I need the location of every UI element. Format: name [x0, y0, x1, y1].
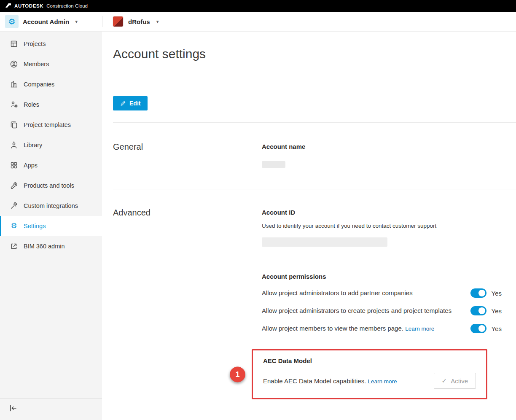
account-name-label: Account name [262, 143, 502, 150]
autodesk-logo-icon [5, 2, 11, 10]
sidebar-item-roles[interactable]: Roles [0, 94, 102, 115]
account-admin-gear-icon: ⚙ [5, 15, 19, 28]
account-name-value-redacted [262, 161, 285, 168]
permission-control: Yes [470, 306, 502, 315]
permission-text: Allow project members to view the member… [262, 324, 434, 333]
app-switcher[interactable]: ⚙ Account Admin ▼ [0, 15, 102, 28]
permission-text: Allow project administrators to add part… [262, 288, 413, 298]
aec-active-button-label: Active [451, 377, 468, 385]
sidebar-item-project-templates[interactable]: Project templates [0, 115, 102, 135]
settings-gear-icon: ⚙ [10, 222, 18, 230]
toggle-value-label: Yes [492, 290, 502, 297]
sidebar-item-label: BIM 360 admin [24, 243, 65, 250]
chevron-down-icon: ▼ [156, 19, 160, 24]
general-section-label: General [113, 142, 262, 168]
annotation-number: 1 [235, 370, 239, 379]
drofus-logo [113, 16, 124, 27]
divider [113, 189, 516, 189]
toggle-value-label: Yes [492, 325, 502, 332]
collapse-sidebar-button[interactable] [8, 404, 19, 413]
sidebar-item-label: Roles [24, 101, 39, 108]
sidebar-item-label: Apps [24, 162, 38, 169]
content-area: Projects Members Companies Roles Project… [0, 32, 516, 420]
permission-row: Allow project members to view the member… [262, 324, 502, 333]
learn-more-link[interactable]: Learn more [405, 326, 434, 332]
apps-icon [10, 161, 18, 170]
sidebar-item-custom-integrations[interactable]: Custom integrations [0, 196, 102, 216]
aec-data-model-panel: 1 AEC Data Model Enable AEC Data Model c… [252, 349, 487, 399]
collapse-to-left-icon [8, 404, 18, 412]
app-name: Account Admin [23, 18, 69, 25]
permission-row: Allow project administrators to add part… [262, 288, 502, 298]
sidebar-item-members[interactable]: Members [0, 54, 102, 74]
sidebar-item-label: Library [24, 142, 42, 148]
general-section: General Account name [113, 142, 516, 168]
aec-data-model-text: Enable AEC Data Model capabilities. Lear… [263, 377, 397, 385]
custom-integrations-icon [10, 202, 18, 210]
aec-text-span: Enable AEC Data Model capabilities. [263, 377, 366, 385]
sidebar-item-label: Custom integrations [24, 202, 78, 209]
pencil-icon [120, 100, 126, 106]
sidebar-item-label: Members [24, 61, 49, 67]
toggle-on[interactable] [470, 324, 486, 333]
aec-data-model-title: AEC Data Model [263, 357, 476, 364]
sidebar-item-label: Settings [24, 223, 46, 229]
edit-button[interactable]: Edit [113, 96, 148, 110]
chevron-down-icon: ▼ [74, 19, 78, 24]
account-selector-label: dRofus [128, 18, 150, 25]
aec-data-model-row: Enable AEC Data Model capabilities. Lear… [263, 373, 476, 389]
sidebar-item-label: Project templates [24, 121, 71, 128]
sidebar-item-settings[interactable]: ⚙ Settings [0, 216, 102, 236]
sidebar-item-label: Products and tools [24, 182, 74, 189]
sidebar-item-label: Projects [24, 40, 46, 47]
account-selector[interactable]: dRofus ▼ [102, 16, 160, 27]
edit-button-label: Edit [129, 100, 140, 107]
external-link-icon [10, 242, 18, 250]
toggle-on[interactable] [470, 306, 486, 315]
brand-name: AUTODESK [14, 3, 43, 8]
main-content: Account settings Edit General Account na… [102, 32, 516, 420]
sidebar-item-products-and-tools[interactable]: Products and tools [0, 175, 102, 196]
check-icon: ✓ [442, 377, 447, 385]
account-permissions-title: Account permissions [262, 273, 502, 280]
members-icon [10, 60, 18, 68]
permission-row: Allow project administrators to create p… [262, 306, 502, 315]
sidebar-item-projects[interactable]: Projects [0, 34, 102, 54]
toggle-on[interactable] [470, 288, 486, 298]
divider [113, 122, 516, 123]
account-id-help-text: Used to identify your account if you nee… [262, 223, 502, 229]
sidebar-item-bim360-admin[interactable]: BIM 360 admin [0, 236, 102, 256]
brand-suffix: Construction Cloud [46, 3, 88, 8]
sidebar-footer [0, 398, 102, 420]
permission-text-span: Allow project members to view the member… [262, 325, 403, 332]
app-header: ⚙ Account Admin ▼ dRofus ▼ [0, 12, 516, 32]
sidebar-item-label: Companies [24, 81, 54, 88]
permission-control: Yes [470, 324, 502, 333]
permission-control: Yes [470, 288, 502, 298]
page-title: Account settings [113, 47, 516, 61]
annotation-step-1: 1 [230, 366, 245, 382]
aec-active-button[interactable]: ✓ Active [434, 373, 476, 389]
sidebar: Projects Members Companies Roles Project… [0, 32, 102, 420]
learn-more-link[interactable]: Learn more [368, 378, 397, 385]
sidebar-item-library[interactable]: Library [0, 135, 102, 155]
toggle-value-label: Yes [492, 307, 502, 315]
companies-icon [10, 80, 18, 89]
projects-icon [10, 40, 18, 48]
divider [113, 85, 516, 85]
library-icon [10, 141, 18, 149]
roles-icon [10, 100, 18, 109]
project-templates-icon [10, 121, 18, 129]
advanced-section: Advanced Account ID Used to identify you… [113, 208, 516, 399]
top-bar: AUTODESK Construction Cloud [0, 0, 516, 12]
permission-text: Allow project administrators to create p… [262, 306, 452, 315]
products-and-tools-icon [10, 181, 18, 190]
advanced-section-content: Account ID Used to identify your account… [262, 208, 516, 399]
sidebar-item-apps[interactable]: Apps [0, 155, 102, 175]
account-id-value-redacted [262, 237, 387, 247]
sidebar-item-companies[interactable]: Companies [0, 74, 102, 94]
account-id-label: Account ID [262, 209, 502, 216]
general-section-content: Account name [262, 142, 516, 168]
